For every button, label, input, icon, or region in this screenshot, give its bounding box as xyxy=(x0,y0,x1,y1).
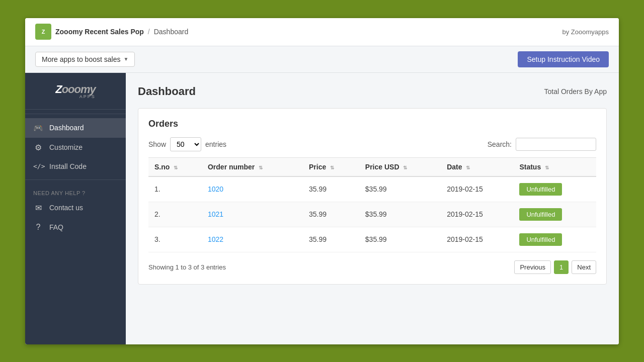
sidebar-label-faq: FAQ xyxy=(49,223,63,231)
status-badge: Unfulfilled xyxy=(519,233,562,246)
sidebar-label-dashboard: Dashboard xyxy=(49,124,84,132)
entries-label: entries xyxy=(205,140,226,148)
table-header-row: S.no ⇅ Order number ⇅ Price ⇅ xyxy=(148,157,596,176)
orders-card: Orders Show 50 10 25 100 entries xyxy=(138,108,607,285)
cell-price: 35.99 xyxy=(303,202,359,227)
content-area: Dashboard Total Orders By App Orders Sho… xyxy=(126,73,619,344)
top-bar-left: Z Zooomy Recent Sales Pop / Dashboard xyxy=(35,24,188,40)
cell-order-number: 1020 xyxy=(202,176,303,202)
cell-order-number: 1021 xyxy=(202,202,303,227)
breadcrumb-separator: / xyxy=(148,28,150,36)
dashboard-icon: 🎮 xyxy=(33,123,43,133)
orders-table: S.no ⇅ Order number ⇅ Price ⇅ xyxy=(148,157,596,252)
by-label: by Zooomyapps xyxy=(562,28,609,36)
search-label: Search: xyxy=(488,140,512,148)
breadcrumb-page: Dashboard xyxy=(154,28,189,36)
sort-icon-sno: ⇅ xyxy=(174,165,178,170)
entries-select[interactable]: 50 10 25 100 xyxy=(170,137,201,151)
cell-date: 2019-02-15 xyxy=(441,176,513,202)
sidebar-item-customize[interactable]: ⚙ Customize xyxy=(25,138,126,157)
sidebar-label-contact-us: Contact us xyxy=(49,204,83,212)
total-orders-label: Total Orders By App xyxy=(544,87,607,96)
sidebar-divider-top xyxy=(25,114,126,114)
next-button[interactable]: Next xyxy=(572,260,596,274)
orders-tbody: 1. 1020 35.99 $35.99 2019-02-15 Unfulfil… xyxy=(148,176,596,252)
app-wrapper: Z Zooomy Recent Sales Pop / Dashboard by… xyxy=(25,18,619,344)
sort-icon-order: ⇅ xyxy=(259,165,263,170)
svg-text:Z: Z xyxy=(42,29,45,35)
cell-status: Unfulfilled xyxy=(513,176,596,202)
setup-instruction-button[interactable]: Setup Instruction Video xyxy=(518,51,609,67)
sidebar-item-contact-us[interactable]: ✉ Contact us xyxy=(25,198,126,218)
show-label: Show xyxy=(148,140,166,148)
order-link[interactable]: 1022 xyxy=(208,235,223,243)
cell-sno: 3. xyxy=(148,227,202,252)
cell-price: 35.99 xyxy=(303,227,359,252)
table-row: 3. 1022 35.99 $35.99 2019-02-15 Unfulfil… xyxy=(148,227,596,252)
previous-button[interactable]: Previous xyxy=(514,260,551,274)
app-name: Zooomy Recent Sales Pop xyxy=(55,28,144,36)
cell-status: Unfulfilled xyxy=(513,202,596,227)
chevron-down-icon: ▼ xyxy=(123,56,128,62)
sub-bar: More apps to boost sales ▼ Setup Instruc… xyxy=(25,46,619,73)
sidebar-label-install-code: Install Code xyxy=(49,162,87,170)
col-price: Price ⇅ xyxy=(303,157,359,176)
cell-date: 2019-02-15 xyxy=(441,227,513,252)
sort-icon-price-usd: ⇅ xyxy=(403,165,407,170)
app-logo-icon: Z xyxy=(35,24,51,40)
sidebar-divider-middle xyxy=(25,179,126,180)
help-section-label: NEED ANY HELP ? xyxy=(25,184,126,198)
sort-icon-price: ⇅ xyxy=(330,165,334,170)
entries-info: Showing 1 to 3 of 3 entries xyxy=(148,263,226,271)
sidebar: Zooomy APPS 🎮 Dashboard ⚙ Customize </> … xyxy=(25,73,126,344)
top-bar: Z Zooomy Recent Sales Pop / Dashboard by… xyxy=(25,18,619,46)
cell-status: Unfulfilled xyxy=(513,227,596,252)
main-layout: Zooomy APPS 🎮 Dashboard ⚙ Customize </> … xyxy=(25,73,619,344)
table-footer: Showing 1 to 3 of 3 entries Previous 1 N… xyxy=(148,260,596,274)
col-price-usd: Price USD ⇅ xyxy=(359,157,441,176)
search-input[interactable] xyxy=(516,138,596,151)
orders-section-title: Orders xyxy=(148,119,596,129)
sort-icon-status: ⇅ xyxy=(545,165,549,170)
table-controls: Show 50 10 25 100 entries Search: xyxy=(148,137,596,151)
sidebar-logo: Zooomy APPS xyxy=(25,73,126,110)
more-apps-button[interactable]: More apps to boost sales ▼ xyxy=(35,52,135,67)
col-sno: S.no ⇅ xyxy=(148,157,202,176)
cell-price-usd: $35.99 xyxy=(359,176,441,202)
col-status: Status ⇅ xyxy=(513,157,596,176)
sidebar-label-customize: Customize xyxy=(49,143,83,151)
cell-sno: 2. xyxy=(148,202,202,227)
table-row: 1. 1020 35.99 $35.99 2019-02-15 Unfulfil… xyxy=(148,176,596,202)
order-link[interactable]: 1021 xyxy=(208,210,223,218)
sidebar-item-faq[interactable]: ? FAQ xyxy=(25,218,126,237)
status-badge: Unfulfilled xyxy=(519,183,562,196)
order-link[interactable]: 1020 xyxy=(208,185,223,193)
pagination: Previous 1 Next xyxy=(514,260,596,274)
show-entries-control: Show 50 10 25 100 entries xyxy=(148,137,226,151)
cell-price: 35.99 xyxy=(303,176,359,202)
cell-price-usd: $35.99 xyxy=(359,202,441,227)
sidebar-item-install-code[interactable]: </> Install Code xyxy=(25,157,126,175)
table-row: 2. 1021 35.99 $35.99 2019-02-15 Unfulfil… xyxy=(148,202,596,227)
search-box: Search: xyxy=(488,138,596,151)
page-title: Dashboard xyxy=(138,85,196,98)
col-date: Date ⇅ xyxy=(441,157,513,176)
cell-sno: 1. xyxy=(148,176,202,202)
sort-icon-date: ⇅ xyxy=(466,165,470,170)
more-apps-label: More apps to boost sales xyxy=(42,55,120,63)
gear-icon: ⚙ xyxy=(33,143,43,152)
cell-order-number: 1022 xyxy=(202,227,303,252)
col-order-number: Order number ⇅ xyxy=(202,157,303,176)
cell-price-usd: $35.99 xyxy=(359,227,441,252)
content-header: Dashboard Total Orders By App xyxy=(138,85,607,98)
page-1-button[interactable]: 1 xyxy=(554,260,569,274)
code-icon: </> xyxy=(33,162,43,170)
question-icon: ? xyxy=(33,223,43,232)
cell-date: 2019-02-15 xyxy=(441,202,513,227)
sidebar-item-dashboard[interactable]: 🎮 Dashboard xyxy=(25,118,126,138)
status-badge: Unfulfilled xyxy=(519,208,562,221)
envelope-icon: ✉ xyxy=(33,203,43,213)
